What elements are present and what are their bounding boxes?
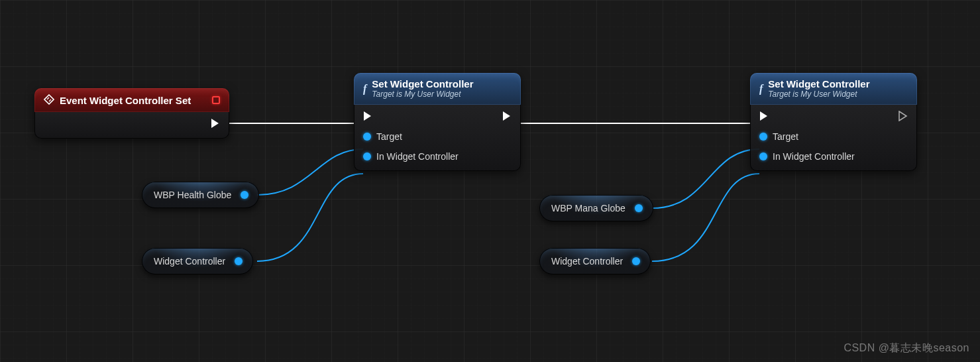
exec-input-pin[interactable] bbox=[363, 110, 459, 123]
function-node-1-subtitle: Target is My User Widget bbox=[372, 90, 473, 99]
object-output-pin[interactable] bbox=[235, 257, 243, 265]
function-node-2-header[interactable]: f Set Widget Controller Target is My Use… bbox=[750, 73, 917, 105]
pin-label-in-widget-controller: In Widget Controller bbox=[376, 151, 459, 162]
target-input-pin[interactable]: Target bbox=[363, 130, 459, 143]
variable-node-wbp-health-globe[interactable]: WBP Health Globe bbox=[142, 182, 259, 208]
object-output-pin[interactable] bbox=[635, 204, 643, 212]
function-node-set-widget-controller-1[interactable]: f Set Widget Controller Target is My Use… bbox=[354, 73, 521, 171]
svg-marker-0 bbox=[44, 95, 54, 104]
in-widget-controller-input-pin[interactable]: In Widget Controller bbox=[759, 150, 855, 163]
function-node-1-header[interactable]: f Set Widget Controller Target is My Use… bbox=[354, 73, 521, 105]
delegate-output-pin[interactable] bbox=[212, 96, 220, 104]
object-pin-icon bbox=[759, 152, 767, 160]
variable-node-wbp-mana-globe[interactable]: WBP Mana Globe bbox=[539, 195, 653, 221]
function-node-set-widget-controller-2[interactable]: f Set Widget Controller Target is My Use… bbox=[750, 73, 917, 171]
object-output-pin[interactable] bbox=[632, 257, 640, 265]
variable-label: WBP Health Globe bbox=[154, 190, 231, 200]
variable-label: Widget Controller bbox=[154, 256, 225, 267]
variable-label: Widget Controller bbox=[551, 256, 623, 267]
exec-input-pin[interactable] bbox=[759, 110, 855, 123]
exec-output-pin[interactable] bbox=[211, 117, 220, 131]
diamond-arrows-icon bbox=[44, 94, 54, 107]
in-widget-controller-input-pin[interactable]: In Widget Controller bbox=[363, 150, 459, 163]
object-output-pin[interactable] bbox=[241, 191, 248, 199]
function-f-icon: f bbox=[363, 83, 366, 95]
pin-label-target: Target bbox=[773, 131, 798, 142]
function-node-2-subtitle: Target is My User Widget bbox=[768, 90, 869, 99]
pin-label-in-widget-controller: In Widget Controller bbox=[773, 151, 855, 162]
event-node-header[interactable]: Event Widget Controller Set bbox=[34, 88, 229, 112]
pin-label-target: Target bbox=[376, 131, 402, 142]
event-node-widget-controller-set[interactable]: Event Widget Controller Set bbox=[34, 88, 229, 139]
variable-node-widget-controller-2[interactable]: Widget Controller bbox=[539, 248, 651, 274]
variable-label: WBP Mana Globe bbox=[551, 203, 626, 213]
event-node-title: Event Widget Controller Set bbox=[60, 95, 191, 106]
exec-output-pin[interactable] bbox=[502, 110, 512, 123]
watermark-text: CSDN @暮志未晚season bbox=[844, 341, 969, 355]
object-pin-icon bbox=[363, 152, 371, 160]
function-f-icon: f bbox=[759, 83, 763, 95]
variable-node-widget-controller-1[interactable]: Widget Controller bbox=[142, 248, 253, 274]
wire-layer bbox=[0, 0, 980, 362]
object-pin-icon bbox=[363, 133, 371, 141]
function-node-1-title: Set Widget Controller bbox=[372, 79, 473, 90]
exec-output-pin[interactable] bbox=[898, 110, 908, 123]
object-pin-icon bbox=[759, 133, 767, 141]
target-input-pin[interactable]: Target bbox=[759, 130, 855, 143]
function-node-2-title: Set Widget Controller bbox=[768, 79, 869, 90]
